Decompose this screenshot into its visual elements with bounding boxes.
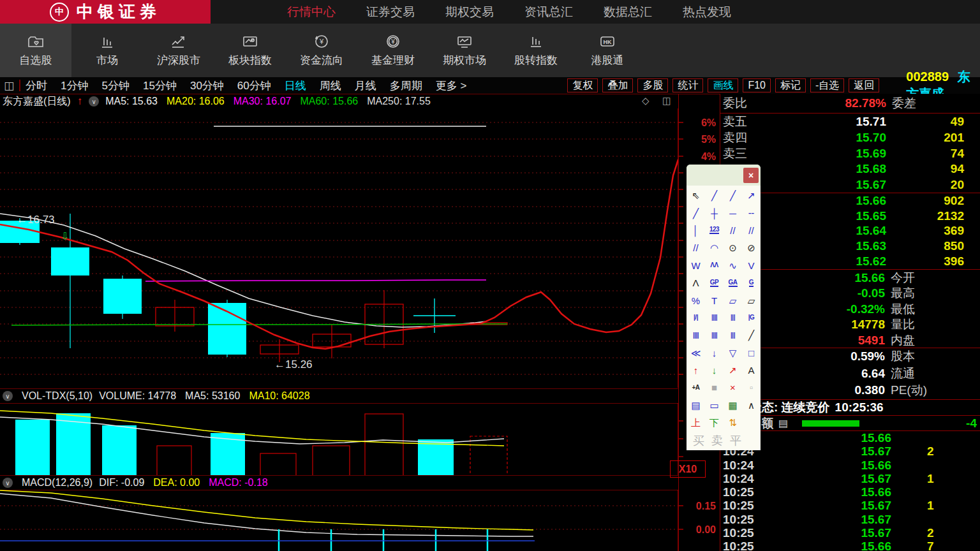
period-tab-1分钟[interactable]: 1分钟	[61, 78, 88, 93]
tool-horizontal-segment[interactable]: ─	[724, 204, 742, 221]
tool-flag-marker[interactable]: ▽	[724, 344, 742, 362]
tool-down-arrow-mark[interactable]: ↓	[705, 362, 724, 379]
tool-shape-handle[interactable]: ▫	[742, 379, 761, 396]
nav-item-行情中心[interactable]: 行情中心	[287, 4, 336, 20]
tool-rectangle-box[interactable]: □	[742, 344, 761, 362]
toolbar-item-资金流向[interactable]: ¥资金流向	[286, 24, 357, 77]
nav-item-数据总汇[interactable]: 数据总汇	[604, 4, 652, 20]
button-画线[interactable]: 画线	[708, 78, 738, 92]
period-tab-周线[interactable]: 周线	[320, 78, 341, 93]
period-tab-60分钟[interactable]: 60分钟	[237, 78, 271, 93]
toolbar-item-港股通[interactable]: HK港股通	[572, 24, 643, 77]
tool-bar-span[interactable]: |/|	[687, 309, 705, 327]
period-tab-5分钟[interactable]: 5分钟	[102, 78, 130, 93]
split-view-icon[interactable]: ◫	[662, 95, 671, 107]
tool-percent-retrace[interactable]: %	[687, 291, 705, 309]
button-标记[interactable]: 标记	[775, 78, 806, 92]
sell-level-row[interactable]: 卖三15.6974	[720, 145, 980, 161]
tool-gann-grid[interactable]: |G	[742, 309, 761, 327]
tool-stat-chart[interactable]: ▦	[724, 397, 742, 414]
button-返回[interactable]: 返回	[849, 78, 879, 92]
period-tab-分时[interactable]: 分时	[26, 78, 47, 93]
period-tab-日线[interactable]: 日线	[285, 78, 306, 93]
collapse-chevron-icon[interactable]: ∨	[3, 478, 13, 488]
tool-v-wave[interactable]: V	[742, 257, 761, 274]
tool-slant-channel-2[interactable]: ▱	[742, 291, 761, 309]
button-叠加[interactable]: 叠加	[602, 78, 633, 92]
period-tab-15分钟[interactable]: 15分钟	[143, 78, 177, 93]
volume-chart[interactable]	[0, 403, 721, 476]
tool-slant-channel[interactable]: ▱	[724, 291, 742, 309]
tool-text-label[interactable]: A	[742, 362, 761, 379]
tool-gann-fan[interactable]: ≪	[687, 344, 705, 362]
macd-chart[interactable]: 0.150.00	[0, 490, 721, 551]
main-candlestick-chart[interactable]: 6%5%4%←16.73←15.26⇩	[0, 108, 721, 388]
collapse-chevron-icon[interactable]: ∨	[89, 96, 99, 107]
diamond-icon[interactable]: ◇	[642, 95, 650, 107]
tool-delete-cross[interactable]: ×	[724, 379, 742, 396]
button-多股[interactable]: 多股	[637, 78, 668, 92]
tool-ellipse-shape[interactable]: ⊘	[742, 239, 761, 256]
collapse-chevron-icon[interactable]: ∨	[3, 391, 13, 401]
layout-toggle-icon[interactable]: ◫	[4, 80, 20, 91]
tool-parallel-channel[interactable]: //	[742, 222, 761, 239]
tool-note-panel[interactable]: ▤	[687, 397, 705, 414]
tool-measure-ruler[interactable]: ▭	[705, 397, 724, 414]
tool-t-lines[interactable]: T	[705, 291, 724, 309]
tool-mountain-wave[interactable]: Λ	[687, 274, 705, 291]
tool-cycle-bars[interactable]: ||||	[687, 327, 705, 344]
sell-level-row[interactable]: 卖四15.70201	[720, 129, 980, 145]
nav-item-证券交易[interactable]: 证券交易	[366, 4, 415, 20]
tool-gann-gp[interactable]: GP	[705, 274, 724, 291]
button-F10[interactable]: F10	[743, 78, 771, 92]
tool-up-arrow-mark[interactable]: ↑	[687, 362, 705, 379]
list-icon[interactable]: ▤	[778, 417, 788, 429]
tool-mark-updown[interactable]: ⇅	[724, 414, 742, 431]
tool-arrow-annotation[interactable]: ↗	[724, 362, 742, 379]
button-复权[interactable]: 复权	[567, 78, 598, 92]
tool-price-label-123[interactable]: 123	[705, 222, 724, 239]
palette-label-平[interactable]: 平	[730, 433, 741, 448]
tool-drop-arrow[interactable]: ↓	[705, 344, 724, 362]
tool-short-parallel-lines[interactable]: //	[687, 239, 705, 256]
tool-pointer[interactable]: ⇖	[687, 187, 705, 204]
tool-parallel-lines[interactable]: //	[724, 222, 742, 239]
tool-vertical-grid[interactable]: ||||	[705, 309, 724, 327]
close-icon[interactable]: ×	[743, 168, 759, 183]
tool-ray-line[interactable]: ╱	[687, 204, 705, 221]
tool-filled-box[interactable]: ■	[705, 379, 724, 396]
palette-header[interactable]: ×	[687, 165, 761, 186]
palette-label-卖[interactable]: 卖	[711, 433, 723, 448]
tool-gann-ga[interactable]: GA	[724, 274, 742, 291]
tool-cycle-bars-2[interactable]: ||||	[705, 327, 724, 344]
tool-w-wave[interactable]: W	[687, 257, 705, 274]
toolbar-item-板块指数[interactable]: 板块指数	[214, 24, 286, 77]
tool-angle-lines[interactable]: ∧	[742, 397, 761, 414]
tool-wave-peaks[interactable]: ΛΛ	[705, 257, 724, 274]
tool-cycle-bars-3[interactable]: |||	[724, 327, 742, 344]
toolbar-item-股转指数[interactable]: 股转指数	[500, 24, 572, 77]
toolbar-item-基金理财[interactable]: ¥基金理财	[357, 24, 429, 77]
tool-arrow-line[interactable]: ↗	[742, 187, 761, 204]
nav-item-热点发现[interactable]: 热点发现	[683, 4, 731, 20]
tool-vertical-line[interactable]: │	[687, 222, 705, 239]
toolbar-item-沪深股市[interactable]: 沪深股市	[143, 24, 214, 77]
toolbar-item-自选股[interactable]: 自选股	[0, 24, 71, 77]
tool-gann-g[interactable]: G	[742, 274, 761, 291]
tool-mark-shang[interactable]: 上	[687, 414, 705, 431]
period-tab-30分钟[interactable]: 30分钟	[190, 78, 224, 93]
tool-mark-xia[interactable]: 下	[705, 414, 724, 431]
period-tab-更多 >[interactable]: 更多 >	[436, 78, 467, 93]
tool-trend-line[interactable]: ╱	[705, 187, 724, 204]
button--自选[interactable]: -自选	[810, 78, 844, 92]
tool-horizontal-line[interactable]: ╌	[742, 204, 761, 221]
tool-horizontal-ray[interactable]: ┼	[705, 204, 724, 221]
tool-circle-cycle[interactable]: ⊙	[724, 239, 742, 256]
tool-line-segment[interactable]: ╱	[724, 187, 742, 204]
toolbar-item-期权市场[interactable]: 期权市场	[429, 24, 500, 77]
tool-text-add[interactable]: +A	[687, 379, 705, 396]
tool-arc-curve[interactable]: ◠	[705, 239, 724, 256]
tool-fan-line[interactable]: ╱	[742, 327, 761, 344]
palette-label-买[interactable]: 买	[693, 433, 704, 448]
period-tab-月线[interactable]: 月线	[355, 78, 376, 93]
